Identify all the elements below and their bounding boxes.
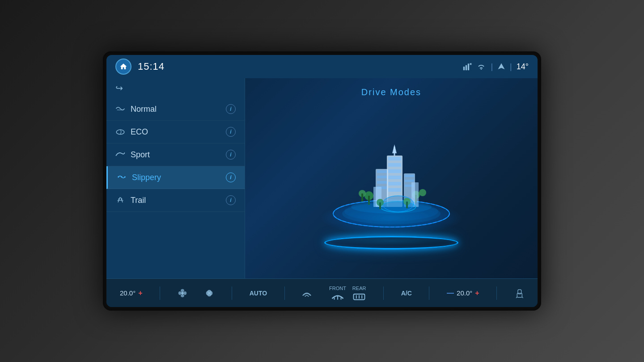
right-panel: Drive Modes [245,78,538,278]
wifi-icon [476,63,486,71]
mode-item-normal[interactable]: Normal i [106,98,245,121]
mode-label-slippery: Slippery [132,173,161,182]
ac-button[interactable]: A/C [401,290,412,297]
mode-icon-trail [115,196,125,205]
platform-inner [333,236,449,246]
front-rear-group: FRONT REAR [329,286,366,301]
svg-rect-20 [361,194,363,202]
mode-label-sport: Sport [131,150,150,160]
svg-point-50 [351,200,432,214]
climate-bar: 20.0° + [106,278,538,307]
info-icon-trail[interactable]: i [226,195,236,205]
drive-modes-title: Drive Modes [361,87,421,97]
status-right: | | 14° [463,62,529,72]
svg-marker-5 [498,63,505,70]
mode-item-eco[interactable]: ECO i [106,121,245,143]
back-arrow-icon: ↩ [115,83,123,93]
windshield-button[interactable] [302,288,312,298]
climate-divider-6 [496,286,497,300]
svg-point-8 [118,176,119,177]
status-bar: 15:14 | [106,55,538,78]
svg-rect-31 [388,163,401,167]
info-icon-eco[interactable]: i [226,127,236,137]
mode-icon-eco [115,128,125,136]
back-button[interactable]: ↩ [106,78,245,98]
svg-rect-1 [466,65,467,71]
svg-point-23 [419,189,426,196]
svg-rect-34 [388,182,401,185]
front-defroster[interactable]: FRONT [329,286,346,301]
svg-rect-30 [388,157,401,160]
climate-divider-4 [383,286,384,300]
clock-display: 15:14 [138,61,165,72]
status-divider-2: | [510,62,512,72]
auto-button[interactable]: AUTO [250,290,267,297]
svg-rect-0 [463,67,465,70]
svg-rect-39 [405,175,414,177]
left-temp-section: 20.0° + [120,289,143,297]
svg-rect-32 [388,169,401,173]
right-temp-section: — 20.0° + [447,289,479,297]
svg-point-9 [121,176,123,177]
mode-slippery-left: Slippery [117,173,161,182]
fan-direction-button[interactable] [178,288,187,298]
right-temp-increase[interactable]: + [475,289,479,297]
front-defroster-icon [331,292,344,301]
mode-eco-left: ECO [115,127,148,137]
city-svg-container [329,124,454,232]
navigation-icon [497,62,505,71]
infotainment-screen-bezel: 15:14 | [103,51,541,311]
right-temp-decrease[interactable]: — [447,289,454,297]
status-divider-1: | [491,62,493,72]
mode-trail-left: Trail [115,196,146,205]
svg-line-62 [516,296,517,298]
windshield-icon [302,288,312,298]
home-button[interactable] [115,59,131,75]
svg-rect-2 [468,63,469,70]
outside-temp: 14° [517,62,529,72]
mode-label-normal: Normal [131,105,157,114]
seat-icon [514,288,524,298]
mode-item-sport[interactable]: Sport i [106,143,245,166]
seat-heat-button[interactable] [514,288,524,298]
mode-label-trail: Trail [131,196,146,205]
climate-divider-3 [284,286,285,300]
city-visualization [306,106,476,249]
climate-divider-5 [429,286,429,300]
mode-icon-slippery [117,173,127,182]
mode-normal-left: Normal [115,105,157,114]
rear-defroster[interactable]: REAR [352,286,366,301]
svg-line-63 [522,296,523,298]
front-label: FRONT [329,286,346,291]
info-icon-normal[interactable]: i [226,104,236,114]
mode-icon-sport [115,151,125,159]
climate-divider-2 [232,286,232,300]
svg-rect-33 [388,176,401,179]
drive-modes-list: Normal i ECO [106,98,245,278]
rear-defroster-icon [352,292,366,301]
main-content: ↩ Normal [106,78,538,278]
fan-icon [204,288,214,298]
home-icon [119,63,127,71]
svg-rect-26 [377,176,387,178]
info-icon-sport[interactable]: i [226,150,236,160]
svg-marker-37 [392,144,397,153]
info-icon-slippery[interactable]: i [226,173,236,182]
ac-label: A/C [401,290,412,297]
mode-icon-normal [115,105,125,114]
left-temperature: 20.0° [120,289,136,297]
city-svg [329,124,454,232]
auto-label: AUTO [250,290,267,297]
mode-item-slippery[interactable]: Slippery i [106,166,245,189]
signal-icon [463,63,472,71]
climate-divider-1 [160,286,160,300]
fan-speed-button[interactable] [204,288,214,298]
svg-point-12 [121,198,122,200]
mode-sport-left: Sport [115,150,150,160]
left-panel: ↩ Normal [106,78,245,278]
left-temp-increase[interactable]: + [138,289,142,297]
svg-point-10 [124,176,126,177]
right-temperature: 20.0° [457,289,472,297]
mode-item-trail[interactable]: Trail i [106,189,245,212]
fan-direction-icon [178,288,187,298]
